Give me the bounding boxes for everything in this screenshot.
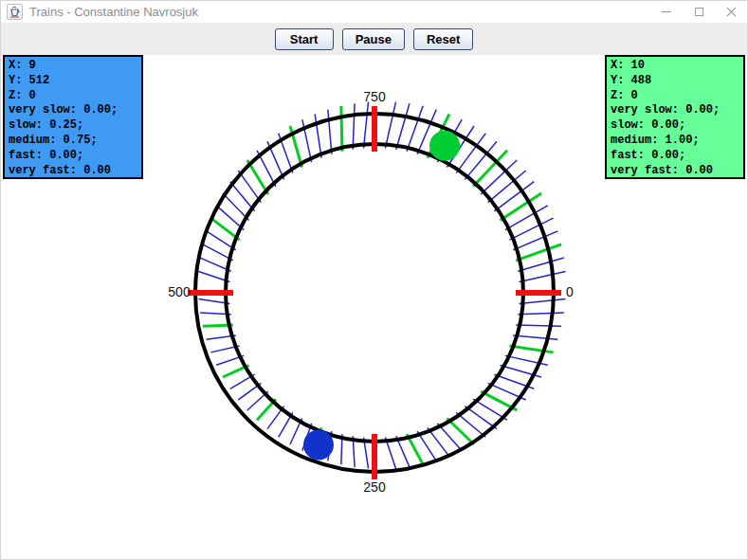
canvas-area: X: 9 Y: 512 Z: 0 very slow: 0.00; slow: …	[1, 55, 747, 559]
train-green	[429, 131, 460, 161]
java-icon	[7, 4, 23, 20]
track-tie	[456, 134, 485, 173]
start-button[interactable]: Start	[275, 28, 334, 50]
minimize-button[interactable]	[650, 1, 683, 23]
inner-rail	[226, 144, 523, 442]
track-tie	[518, 258, 564, 271]
track-tie	[520, 298, 566, 303]
minimize-icon	[662, 11, 671, 12]
train-blue	[303, 429, 334, 460]
java-coffee-cup-icon	[9, 6, 21, 18]
maximize-button[interactable]	[683, 1, 715, 23]
window-title: Trains - Constantine Navrosjuk	[29, 5, 198, 19]
app-window: Trains - Constantine Navrosjuk Start Pau…	[0, 0, 748, 560]
pause-button[interactable]: Pause	[342, 28, 405, 50]
track-tie	[385, 102, 395, 149]
track-tie	[513, 335, 557, 339]
track-tie	[494, 182, 534, 211]
track-position-label: 0	[566, 284, 574, 299]
close-button[interactable]	[715, 1, 747, 23]
track-tie	[407, 106, 423, 152]
track-position-label: 750	[363, 89, 386, 104]
close-icon	[726, 7, 737, 17]
title-bar: Trains - Constantine Navrosjuk	[1, 1, 747, 23]
track-position-label: 250	[363, 479, 386, 495]
reset-button[interactable]: Reset	[413, 28, 473, 50]
track-tie	[509, 218, 553, 240]
track-tie	[328, 110, 332, 154]
track-tie	[396, 103, 410, 150]
window-controls	[650, 1, 747, 23]
train-track: 7500250500	[1, 55, 748, 560]
track-position-label: 500	[168, 284, 191, 299]
track-tie	[364, 102, 369, 149]
track-tie	[518, 313, 564, 315]
green-tie	[341, 106, 342, 152]
track-tie	[520, 272, 566, 282]
track-tie	[353, 103, 355, 150]
outer-rail	[195, 114, 554, 472]
track-tie	[516, 325, 561, 326]
control-toolbar: Start Pause Reset	[1, 23, 747, 55]
maximize-icon	[695, 8, 703, 16]
green-tie	[516, 244, 561, 261]
